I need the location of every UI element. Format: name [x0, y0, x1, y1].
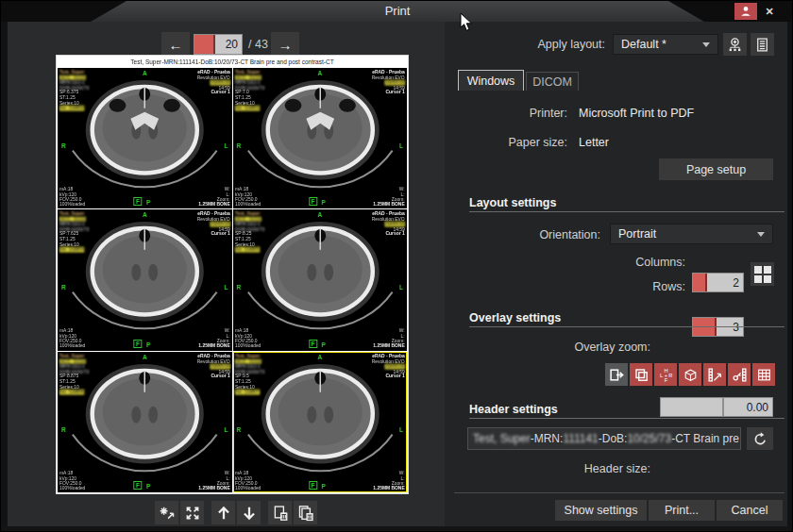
cell-demographics-text: Test, SuperACC: 11113MRN:1111-1DOB:10/20…	[59, 211, 89, 252]
divider	[469, 326, 785, 327]
overlay-zoom-label: Overlay zoom:	[454, 340, 650, 355]
grid-table-toggle[interactable]	[752, 363, 775, 386]
fit-to-window-icon	[184, 505, 201, 522]
tab-windows-label: Windows	[467, 75, 515, 88]
svg-text:F: F	[664, 377, 667, 383]
columns-spinner[interactable]: 2	[692, 273, 744, 292]
orientation-marker-feet: F	[309, 340, 317, 348]
spinner-thumb[interactable]	[213, 35, 215, 54]
orientation-marker-right: R	[61, 284, 66, 291]
preview-cell[interactable]: Test, SuperACC: 11113MRN:1111-1DOB:10/20…	[58, 352, 232, 492]
orientation-cube-toggle[interactable]	[679, 363, 701, 386]
print-button[interactable]: Print...	[649, 500, 715, 521]
stack-overlays-toggle[interactable]	[630, 363, 652, 386]
print-preview-page[interactable]: Test, Super-MRN:111141-DoB:10/20/73-CT B…	[56, 55, 409, 494]
move-page-down-button[interactable]	[237, 501, 261, 524]
move-overlays-toggle[interactable]	[605, 363, 628, 386]
auto-window-button[interactable]	[155, 501, 178, 524]
divider	[469, 211, 785, 212]
spinner-fill	[194, 35, 213, 54]
cell-study-text: eRAD - PruebaRevolution EVO03/05/1814:59…	[372, 354, 405, 379]
cell-demographics-text: Test, SuperACC: 11113MRN:1111-1DOB:10/20…	[59, 354, 89, 394]
print-dialog: Print ✕ ← 20 / 43 → Apply layout: Defaul…	[0, 0, 793, 532]
slider-thumb[interactable]	[722, 398, 724, 416]
save-layout-button[interactable]	[723, 33, 747, 56]
orientation-marker-feet: F	[134, 481, 143, 490]
orientation-marker-posterior: P	[146, 341, 150, 348]
text-segment: 111141	[179, 58, 198, 65]
move-overlays-icon	[609, 367, 625, 383]
layout-list-icon	[754, 37, 770, 53]
paper-size-label: Paper size:	[435, 135, 567, 150]
page-setup-button[interactable]: Page setup	[659, 158, 773, 180]
preview-cell-selected[interactable]: Test, SuperACC: 11113MRN:1111-1DOB:10/20…	[233, 352, 408, 492]
scale-ruler-toggle[interactable]	[703, 363, 726, 386]
user-location-icon	[739, 5, 752, 18]
text-segment: -CT Brain pre	[671, 432, 739, 445]
tab-windows[interactable]: Windows	[458, 70, 524, 91]
orientation-value: Portrait	[618, 227, 656, 241]
layout-list-button[interactable]	[751, 33, 774, 56]
fit-to-window-button[interactable]	[180, 501, 204, 524]
patient-orientation-toggle[interactable]: HL+RF	[654, 363, 677, 386]
orientation-marker-feet: F	[134, 197, 143, 206]
refresh-icon	[752, 431, 768, 447]
tab-dicom-label: DICOM	[532, 75, 572, 89]
orientation-marker-anterior: A	[143, 354, 147, 360]
page-number-spinner[interactable]: 20	[194, 34, 243, 55]
cancel-button[interactable]: Cancel	[717, 500, 783, 521]
user-session-button[interactable]	[734, 3, 757, 20]
apply-layout-label: Apply layout:	[473, 37, 605, 52]
overlay-zoom-slider[interactable]: 0.00	[660, 397, 773, 417]
orientation-marker-right: R	[237, 284, 242, 291]
header-text-field[interactable]: Test, Super-MRN:111141-DoB:10/25/73-CT B…	[467, 427, 741, 450]
window-frame	[1, 526, 793, 532]
close-button[interactable]: ✕	[760, 3, 779, 20]
move-page-down-icon	[241, 505, 258, 522]
orientation-marker-posterior: P	[321, 341, 325, 348]
preview-cell[interactable]: Test, SuperACC: 11113MRN:1111-1DOB:10/20…	[58, 68, 232, 208]
cell-window-text: W:L:Zoom:1.25MM BONE	[374, 187, 405, 208]
cell-study-text: eRAD - PruebaRevolution EVO03/05/1814:59…	[196, 70, 229, 95]
divider	[454, 492, 785, 493]
tab-dicom[interactable]: DICOM	[526, 72, 579, 91]
cell-demographics-text: Test, SuperACC: 11113MRN:1111-1DOB:10/20…	[235, 354, 264, 394]
delete-all-pages-icon	[297, 505, 314, 522]
delete-page-button[interactable]	[268, 501, 292, 524]
overlay-settings-title: Overlay settings	[469, 311, 561, 324]
orientation-marker-right: R	[237, 142, 242, 149]
preview-cell[interactable]: Test, SuperACC: 11113MRN:1111-1DOB:10/20…	[58, 209, 232, 350]
move-page-up-button[interactable]	[211, 501, 235, 524]
text-segment: Test, Super	[130, 58, 161, 65]
show-settings-button[interactable]: Show settings	[555, 500, 647, 521]
mouse-cursor	[460, 12, 474, 33]
calibration-ruler-toggle[interactable]	[728, 363, 751, 386]
chevron-down-icon	[702, 42, 710, 47]
header-size-label: Header size:	[454, 461, 650, 476]
previous-page-button[interactable]: ←	[161, 32, 190, 57]
orientation-marker-anterior: A	[317, 70, 322, 76]
cell-demographics-text: Test, SuperACC: 11113MRN:1111-1DOB:10/20…	[235, 211, 264, 252]
cell-technique-text: mA:18kVp:120FOV:250.0100%loaded	[59, 187, 85, 208]
orientation-dropdown[interactable]: Portrait	[610, 224, 773, 244]
apply-layout-dropdown[interactable]: Default *	[613, 34, 718, 55]
preview-cell-grid: Test, SuperACC: 11113MRN:1111-1DOB:10/20…	[58, 68, 407, 492]
next-page-button[interactable]: →	[271, 32, 299, 57]
orientation-marker-feet: F	[309, 481, 317, 490]
orientation-marker-left: L	[399, 284, 403, 291]
preview-cell[interactable]: Test, SuperACC: 11113MRN:1111-1DOB:10/20…	[233, 209, 408, 350]
cell-technique-text: mA:18kVp:120FOV:250.0100%loaded	[235, 187, 261, 208]
spinner-thumb[interactable]	[705, 274, 707, 291]
cell-demographics-text: Test, SuperACC: 11113MRN:1111-1DOB:10/20…	[235, 70, 264, 110]
reset-header-button[interactable]	[747, 427, 773, 450]
orientation-marker-posterior: P	[321, 199, 325, 206]
orientation-marker-left: L	[399, 142, 403, 149]
cell-technique-text: mA:18kVp:120FOV:250.0100%loaded	[59, 470, 85, 490]
orientation-marker-feet: F	[309, 197, 317, 206]
preview-cell[interactable]: Test, SuperACC: 11113MRN:1111-1DOB:10/20…	[233, 68, 408, 208]
divider	[469, 418, 785, 419]
delete-all-pages-button[interactable]	[294, 501, 317, 524]
grid-layout-button[interactable]	[751, 262, 774, 286]
cell-study-text: eRAD - PruebaRevolution EVO03/05/1814:59…	[372, 211, 405, 237]
spinner-fill	[693, 274, 705, 291]
